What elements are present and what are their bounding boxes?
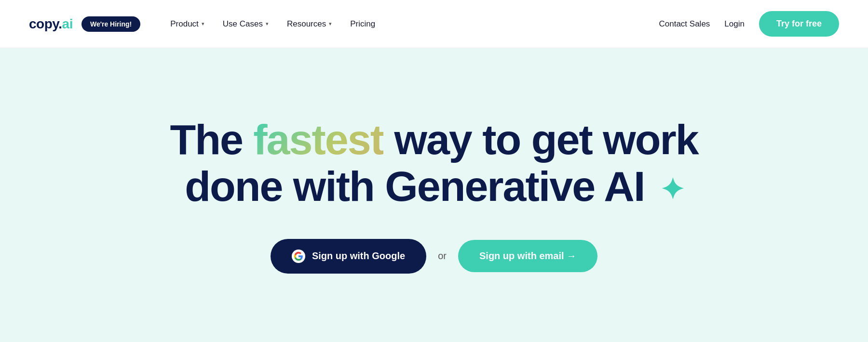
nav-item-pricing[interactable]: Pricing xyxy=(343,15,382,33)
try-for-free-button[interactable]: Try for free xyxy=(759,11,839,37)
hero-title-before: The xyxy=(170,116,253,163)
logo[interactable]: copy.ai xyxy=(29,16,73,32)
hero-title-accent: fastest xyxy=(253,116,383,163)
chevron-down-icon: ▾ xyxy=(329,21,332,27)
nav-item-use-cases[interactable]: Use Cases ▾ xyxy=(216,15,275,33)
nav-item-product[interactable]: Product ▾ xyxy=(163,15,211,33)
nav-item-resources-label: Resources xyxy=(287,19,326,29)
hero-section: The fastest way to get workdone with Gen… xyxy=(0,48,868,342)
sparkle-icon: ✦ xyxy=(660,174,683,206)
sign-up-email-label: Sign up with email → xyxy=(479,250,576,262)
login-link[interactable]: Login xyxy=(724,19,745,29)
chevron-down-icon: ▾ xyxy=(266,21,269,27)
nav-links: Product ▾ Use Cases ▾ Resources ▾ Pricin… xyxy=(163,15,382,33)
sign-up-email-button[interactable]: Sign up with email → xyxy=(458,240,597,272)
nav-item-pricing-label: Pricing xyxy=(350,19,375,29)
nav-left: copy.ai We're Hiring! Product ▾ Use Case… xyxy=(29,15,382,33)
hero-cta: Sign up with Google or Sign up with emai… xyxy=(271,239,597,274)
contact-sales-link[interactable]: Contact Sales xyxy=(659,19,710,29)
logo-text: copy.ai xyxy=(29,16,73,32)
logo-accent: ai xyxy=(62,16,73,31)
or-divider: or xyxy=(438,250,447,262)
hero-title: The fastest way to get workdone with Gen… xyxy=(170,117,698,210)
nav-item-product-label: Product xyxy=(170,19,199,29)
sign-up-google-label: Sign up with Google xyxy=(312,250,405,262)
nav-item-use-cases-label: Use Cases xyxy=(223,19,263,29)
nav-item-resources[interactable]: Resources ▾ xyxy=(280,15,339,33)
chevron-down-icon: ▾ xyxy=(202,21,204,27)
navbar: copy.ai We're Hiring! Product ▾ Use Case… xyxy=(0,0,868,48)
hiring-badge[interactable]: We're Hiring! xyxy=(81,16,140,32)
google-icon xyxy=(292,250,305,263)
sign-up-google-button[interactable]: Sign up with Google xyxy=(271,239,426,274)
nav-right: Contact Sales Login Try for free xyxy=(659,11,840,37)
